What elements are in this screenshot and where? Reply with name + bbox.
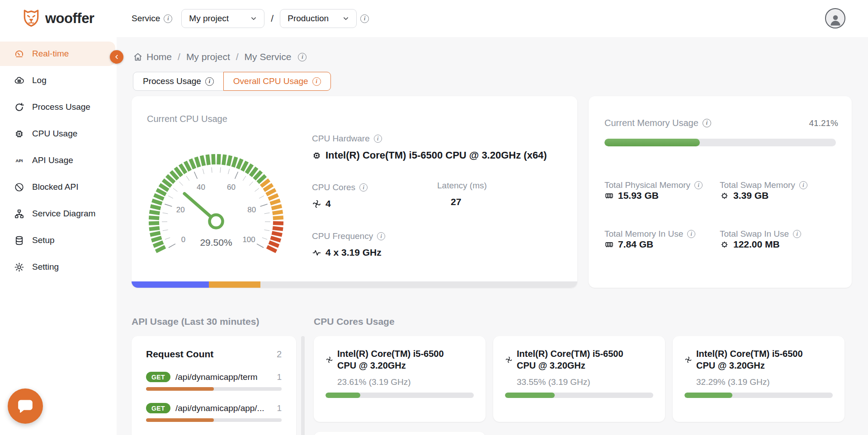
environment-select[interactable]: Production [280,9,357,28]
api-usage-heading: API Usage (Last 30 minutes) [132,316,259,327]
request-path: /api/dynamicapp/app/... [175,403,264,413]
core-usage-bar [326,393,474,398]
tab-info-icon[interactable] [205,77,214,86]
swap-icon [720,240,729,249]
sidebar-item-label: Setup [32,235,55,245]
sidebar-item-label: Blocked API [32,182,78,192]
sidebar-nav: Real-timeLogProcess UsageCPU UsageAPIAPI… [0,37,117,279]
brand[interactable]: wooffer [21,0,94,37]
request-rows: GET/api/dynamicapp/term1GET/api/dynamica… [146,372,282,422]
core-usage: 32.29% (3.19 GHz) [696,377,833,387]
sidebar-item-real-time[interactable]: Real-time [0,42,115,66]
info-icon[interactable] [687,230,695,238]
sidebar-item-setup[interactable]: Setup [0,228,115,253]
breadcrumb-project[interactable]: My project [186,51,230,62]
project-select[interactable]: My project [181,9,264,28]
scrollbar-segment-blue [132,281,209,288]
vertical-scrollbar[interactable] [301,336,305,435]
core-usage: 33.55% (3.19 GHz) [517,377,653,387]
info-icon[interactable] [799,181,807,189]
tab-group: Process Usage Overall CPU Usage [133,72,331,91]
service-selector-group: Service My project / Production [132,0,369,37]
sidebar-item-label: Setting [32,262,59,272]
chat-icon [17,398,34,415]
memory-stat-total-swap-in-use: Total Swap In Use122.00 MB [720,229,801,250]
svg-text:40: 40 [197,183,205,192]
cpu-gauge: 02040608010029.50% [139,149,293,285]
brand-name: wooffer [45,10,94,27]
request-bar [146,418,282,422]
memory-stat-total-physical-memory: Total Physical Memory15.93 GB [604,180,703,201]
avatar[interactable] [825,8,845,28]
sidebar-item-label: API Usage [32,155,73,165]
service-info-icon[interactable] [164,14,172,23]
pulse-icon [312,248,321,257]
sidebar-item-process-usage[interactable]: Process Usage [0,95,115,119]
home-icon [133,52,143,62]
sidebar-item-setting[interactable]: Setting [0,255,115,279]
request-row: GET/api/dynamicapp/term1 [146,372,282,391]
svg-text:20: 20 [176,206,185,214]
tab-process-usage[interactable]: Process Usage [133,72,224,91]
method-badge: GET [146,372,170,382]
svg-text:60: 60 [227,183,236,192]
chevron-down-icon [250,14,258,23]
environment-info-icon[interactable] [360,14,369,23]
tab-info-icon[interactable] [312,77,321,86]
sidebar-item-api-usage[interactable]: APIAPI Usage [0,148,115,173]
method-badge: GET [146,403,170,413]
chip-icon [312,151,321,160]
sidebar-item-label: Process Usage [32,102,90,112]
sidebar-item-blocked-api[interactable]: Blocked API [0,175,115,199]
cloud-icon [14,75,24,86]
info-icon[interactable] [703,119,711,127]
person-icon [829,13,842,27]
sidebar-item-cpu-usage[interactable]: CPU Usage [0,122,115,146]
core-name: Intel(R) Core(TM) i5-6500 CPU @ 3.20GHz [517,348,640,371]
request-count-title: Request Count [146,349,213,360]
ram-icon [604,191,614,201]
sidebar-item-log[interactable]: Log [0,68,115,93]
tab-overall-cpu-usage[interactable]: Overall CPU Usage [223,72,331,91]
fan-icon [505,356,513,364]
database-icon [14,235,24,246]
fan-icon [326,356,333,364]
gear-icon [14,262,24,272]
chat-button[interactable] [8,388,43,424]
latency-stat: Latency (ms) 27 [437,181,487,207]
svg-text:API: API [16,158,23,163]
request-count: 1 [277,403,282,413]
breadcrumb-separator: / [178,51,180,62]
gauge-icon [14,49,24,59]
cpu-usage-card: Current CPU Usage 02040608010029.50% CPU… [132,96,577,288]
core-name: Intel(R) Core(TM) i5-6500 CPU @ 3.20GHz [696,348,819,371]
app-root: wooffer Service My project / Production … [0,0,868,435]
cpu-frequency-stat: CPU Frequency 4 x 3.19 GHz [312,231,385,258]
request-bar [146,387,282,391]
sidebar-collapse-button[interactable] [110,50,123,64]
sidebar-item-label: Real-time [32,49,69,59]
info-icon[interactable] [359,183,368,192]
info-icon[interactable] [793,230,801,238]
request-row: GET/api/dynamicapp/app/...1 [146,403,282,422]
breadcrumb-info-icon[interactable] [298,53,307,61]
sidebar-item-label: Log [32,75,47,85]
breadcrumb-service[interactable]: My Service [245,51,292,62]
info-icon[interactable] [694,181,703,189]
info-icon[interactable] [377,232,385,240]
cpu-cores-heading: CPU Cores Usage [314,316,395,327]
svg-text:0: 0 [181,235,185,244]
breadcrumb-home-label: Home [146,51,172,62]
selector-separator: / [271,13,274,24]
info-icon[interactable] [374,135,382,143]
cpu-card-title: Current CPU Usage [147,114,227,124]
cpu-core-card-2: Intel(R) Core(TM) i5-6500 CPU @ 3.20GHz3… [493,336,665,422]
memory-stat-total-swap-memory: Total Swap Memory3.39 GB [720,180,807,201]
wooffer-logo-icon [21,8,42,29]
request-count: 1 [277,372,282,382]
horizontal-scrollbar[interactable] [132,281,577,288]
fan-icon [684,356,692,364]
top-header: wooffer Service My project / Production [0,0,868,37]
breadcrumb-home[interactable]: Home [133,51,172,62]
sidebar-item-service-diagram[interactable]: Service Diagram [0,201,115,226]
